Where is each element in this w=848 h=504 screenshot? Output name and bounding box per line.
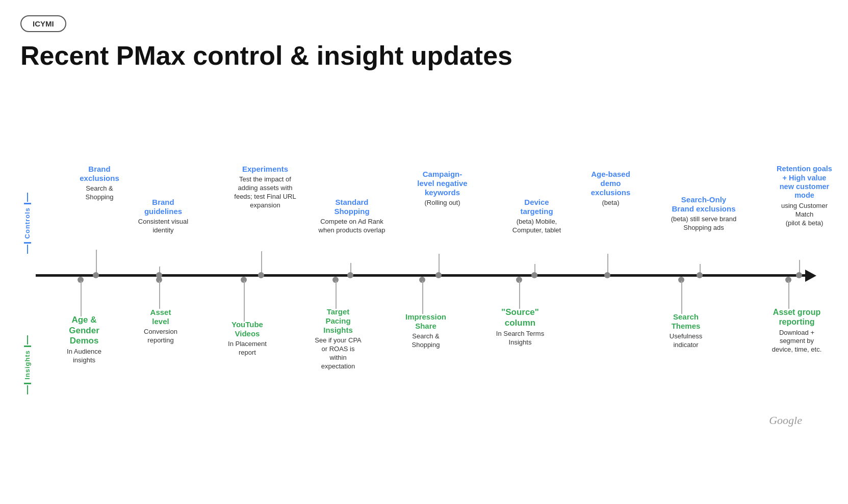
asset-level-title: Assetlevel (133, 308, 189, 326)
age-gender-demos-desc: In Audienceinsights (51, 348, 117, 365)
target-pacing-line (336, 281, 337, 309)
youtube-videos-item: YouTubeVideos In Placementreport (219, 320, 275, 357)
timeline-wrapper: Controls Insights Brandexclusions Search… (20, 86, 828, 442)
campaign-neg-kw-item: Campaign-level negativekeywords (Rolling… (403, 170, 482, 207)
google-logo: Google (769, 414, 802, 427)
standard-shopping-title: StandardShopping (314, 198, 390, 216)
source-column-line (519, 281, 520, 309)
asset-group-desc: Download +segment bydevice, time, etc. (760, 329, 834, 355)
experiments-item: Experiments Test the impact ofadding ass… (227, 165, 303, 210)
youtube-videos-title: YouTubeVideos (219, 320, 275, 338)
search-only-brand-desc: (beta) still serve brandShopping ads (660, 215, 747, 232)
search-only-brand-dot (697, 272, 703, 278)
source-column-item: "Source"column In Search TermsInsights (487, 307, 553, 347)
experiments-dot (258, 272, 264, 278)
target-pacing-desc: See if your CPAor ROAS iswithinexpectati… (307, 336, 369, 371)
device-targeting-desc: (beta) Mobile,Computer, tablet (500, 218, 574, 235)
brand-guidelines-title: Brandguidelines (130, 198, 196, 216)
age-demo-excl-dot (604, 272, 610, 278)
standard-shopping-item: StandardShopping Compete on Ad Rankwhen … (314, 198, 390, 235)
asset-level-desc: Conversionreporting (133, 328, 189, 345)
source-column-desc: In Search TermsInsights (487, 330, 553, 347)
brand-exclusions-title: Brandexclusions (69, 165, 130, 183)
search-themes-line (681, 281, 682, 314)
asset-group-title: Asset groupreporting (760, 307, 834, 327)
youtube-videos-line (244, 281, 245, 322)
brand-guidelines-item: Brandguidelines Consistent visualidentit… (130, 198, 196, 235)
retention-goals-desc: using CustomerMatch(pilot & beta) (757, 202, 848, 228)
asset-group-line (788, 281, 789, 309)
page-container: ICYMI Recent PMax control & insight upda… (0, 0, 848, 504)
device-targeting-title: Devicetargeting (500, 198, 574, 216)
device-targeting-dot (531, 272, 537, 278)
page-title: Recent PMax control & insight updates (20, 41, 828, 70)
insights-label: Insights (23, 350, 31, 380)
campaign-neg-kw-line (439, 254, 440, 274)
target-pacing-title: TargetPacingInsights (307, 307, 369, 335)
impression-share-desc: Search &Shopping (398, 332, 454, 350)
age-gender-demos-title: Age &GenderDemos (51, 315, 117, 346)
age-gender-demos-item: Age &GenderDemos In Audienceinsights (51, 315, 117, 365)
brand-exclusions-line (96, 250, 97, 274)
age-demo-excl-title: Age-baseddemoexclusions (574, 170, 648, 197)
search-themes-desc: Usefulnessindicator (658, 332, 714, 350)
experiments-title: Experiments (227, 165, 303, 174)
source-column-title: "Source"column (487, 307, 553, 328)
campaign-neg-kw-dot (435, 272, 442, 278)
experiments-line (261, 251, 262, 274)
campaign-neg-kw-desc: (Rolling out) (403, 199, 482, 207)
impression-share-item: ImpressionShare Search &Shopping (398, 312, 454, 350)
brand-guidelines-desc: Consistent visualidentity (130, 218, 196, 235)
experiments-desc: Test the impact ofadding assets withfeed… (227, 175, 303, 210)
icymi-badge: ICYMI (20, 15, 66, 32)
device-targeting-item: Devicetargeting (beta) Mobile,Computer, … (500, 198, 574, 235)
controls-label: Controls (23, 207, 31, 238)
asset-level-line (159, 281, 160, 309)
search-only-brand-item: Search-OnlyBrand exclusions (beta) still… (660, 195, 747, 232)
age-gender-demos-line (81, 281, 82, 316)
asset-group-item: Asset groupreporting Download +segment b… (760, 307, 834, 354)
search-only-brand-title: Search-OnlyBrand exclusions (660, 195, 747, 214)
standard-shopping-desc: Compete on Ad Rankwhen products overlap (314, 218, 390, 235)
standard-shopping-dot (347, 272, 353, 278)
age-demo-excl-desc: (beta) (574, 199, 648, 207)
retention-goals-dot (796, 272, 802, 278)
brand-exclusions-dot (93, 272, 99, 278)
age-demo-excl-line (607, 254, 608, 274)
impression-share-line (422, 281, 423, 314)
target-pacing-item: TargetPacingInsights See if your CPAor R… (307, 307, 369, 371)
age-demo-excl-item: Age-baseddemoexclusions (beta) (574, 170, 648, 207)
youtube-videos-desc: In Placementreport (219, 340, 275, 357)
retention-goals-item: Retention goals+ High valuenew customerm… (757, 165, 848, 227)
retention-goals-title: Retention goals+ High valuenew customerm… (757, 165, 848, 200)
brand-exclusions-item: Brandexclusions Search &Shopping (69, 165, 130, 202)
asset-level-item: Assetlevel Conversionreporting (133, 308, 189, 345)
search-themes-title: SearchThemes (658, 312, 714, 331)
impression-share-title: ImpressionShare (398, 312, 454, 331)
campaign-neg-kw-title: Campaign-level negativekeywords (403, 170, 482, 197)
brand-exclusions-desc: Search &Shopping (69, 184, 130, 202)
search-themes-item: SearchThemes Usefulnessindicator (658, 312, 714, 350)
